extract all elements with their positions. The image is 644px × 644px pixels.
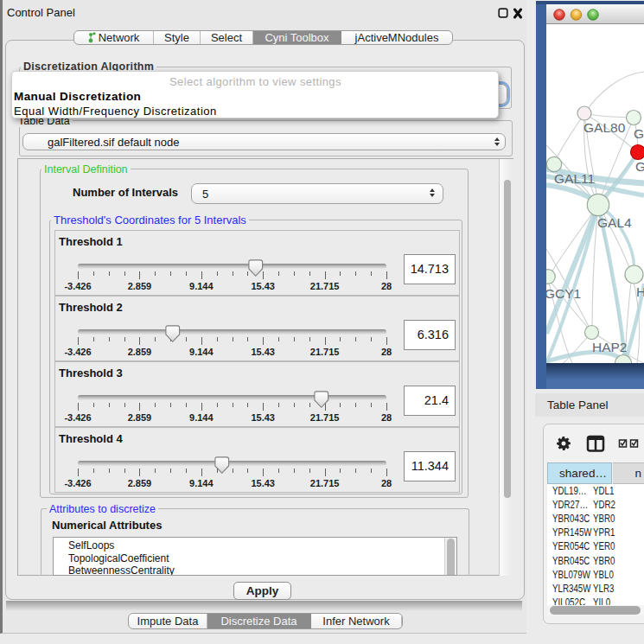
svg-text:GAL11: GAL11 — [554, 171, 595, 186]
svg-text:GAL80: GAL80 — [583, 120, 626, 135]
svg-text:H: H — [636, 284, 644, 299]
svg-text:GAL4: GAL4 — [597, 215, 632, 230]
svg-text:GCY1: GCY1 — [546, 286, 581, 301]
svg-text:G: G — [635, 159, 644, 174]
svg-text:GA: GA — [634, 126, 644, 141]
svg-text:HAP2: HAP2 — [592, 340, 628, 354]
